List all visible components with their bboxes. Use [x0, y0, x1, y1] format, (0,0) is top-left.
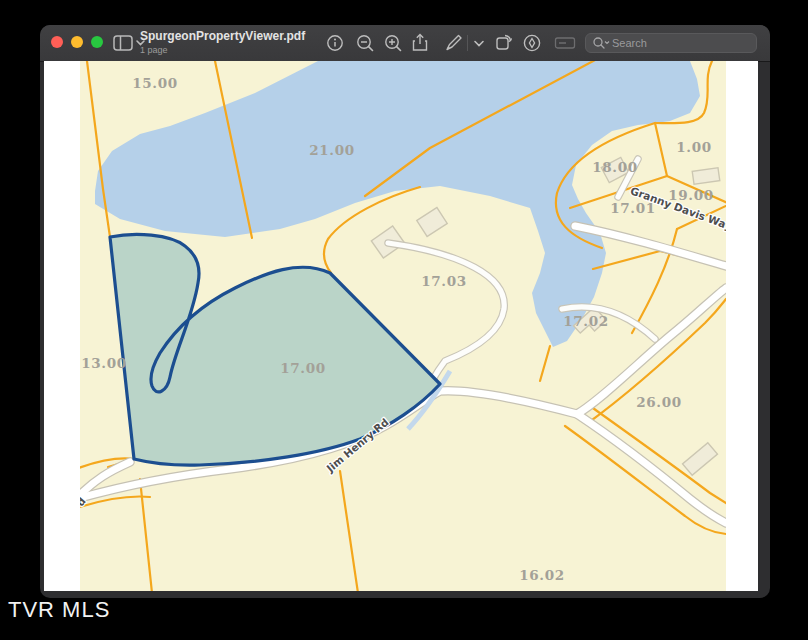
zoom-button[interactable]	[91, 36, 103, 48]
parcel-label-16.02: 16.02	[519, 567, 564, 583]
parcel-label-17.03: 17.03	[421, 273, 466, 289]
preview-window: SpurgeonPropertyViewer.pdf 1 page	[40, 25, 770, 598]
parcel-label-13.00: 13.00	[81, 355, 126, 371]
page-count: 1 page	[140, 44, 305, 57]
pdf-page: Jim Henry RdGranny Davis Wayd 15.0021.00…	[44, 61, 758, 591]
window-title: SpurgeonPropertyViewer.pdf	[140, 30, 305, 43]
markup-button[interactable]	[442, 32, 466, 54]
parcel-label-17.02: 17.02	[563, 313, 608, 329]
share-icon	[410, 32, 430, 54]
search-field[interactable]	[585, 33, 757, 53]
text-box-icon	[553, 32, 577, 54]
rotate-icon	[493, 32, 515, 54]
share-button[interactable]	[408, 32, 432, 54]
toolbar-divider	[467, 35, 468, 51]
rotate-button[interactable]	[492, 32, 516, 54]
zoom-in-icon	[383, 32, 403, 54]
parcel-label-18.00: 18.00	[592, 159, 637, 175]
screenshot-stage: SpurgeonPropertyViewer.pdf 1 page	[0, 0, 808, 640]
parcel-map-svg: Jim Henry RdGranny Davis Wayd 15.0021.00…	[80, 61, 726, 591]
building	[692, 168, 720, 184]
parcel-label-17.00: 17.00	[280, 360, 325, 376]
info-icon	[326, 32, 344, 54]
parcel-label-15.00: 15.00	[132, 75, 177, 91]
watermark-text: TVR MLS	[8, 597, 110, 623]
close-button[interactable]	[51, 36, 63, 48]
chevron-down-icon	[472, 32, 486, 54]
markup-menu-button[interactable]	[471, 32, 487, 54]
parcel-label-17.01: 17.01	[610, 200, 655, 216]
parcel-label-1.00: 1.00	[676, 139, 711, 155]
zoom-in-button[interactable]	[381, 32, 405, 54]
search-input[interactable]	[610, 36, 734, 50]
title-bar[interactable]: SpurgeonPropertyViewer.pdf 1 page	[40, 25, 770, 62]
text-box-button	[553, 32, 577, 54]
window-title-block: SpurgeonPropertyViewer.pdf 1 page	[140, 30, 305, 57]
parcel-label-26.00: 26.00	[636, 394, 681, 410]
info-button[interactable]	[323, 32, 347, 54]
zoom-out-icon	[355, 32, 375, 54]
parcel-label-19.00: 19.00	[668, 187, 713, 203]
highlight-button[interactable]	[520, 32, 544, 54]
zoom-out-button[interactable]	[353, 32, 377, 54]
minimize-button[interactable]	[71, 36, 83, 48]
search-icon	[592, 36, 610, 50]
markup-pencil-icon	[443, 32, 465, 54]
parcel-map[interactable]: Jim Henry RdGranny Davis Wayd 15.0021.00…	[80, 61, 726, 591]
parcel-label-21.00: 21.00	[309, 142, 354, 158]
highlight-icon	[521, 32, 543, 54]
